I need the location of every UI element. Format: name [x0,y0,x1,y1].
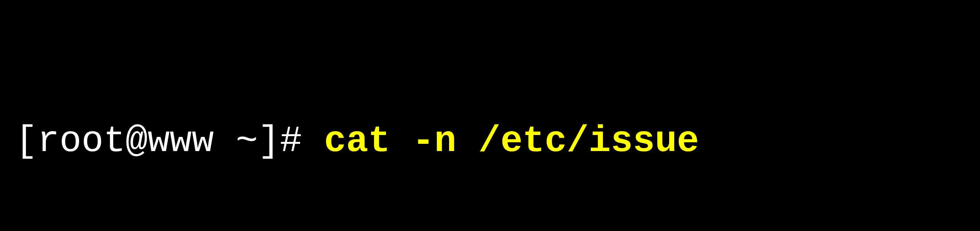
terminal-window[interactable]: [root@www ~]# cat -n /etc/issue 1 CentOS… [0,0,980,231]
command-text: cat -n /etc/issue [324,120,699,162]
command-line: [root@www ~]# cat -n /etc/issue [15,114,965,169]
shell-prompt: [root@www ~]# [15,120,324,162]
